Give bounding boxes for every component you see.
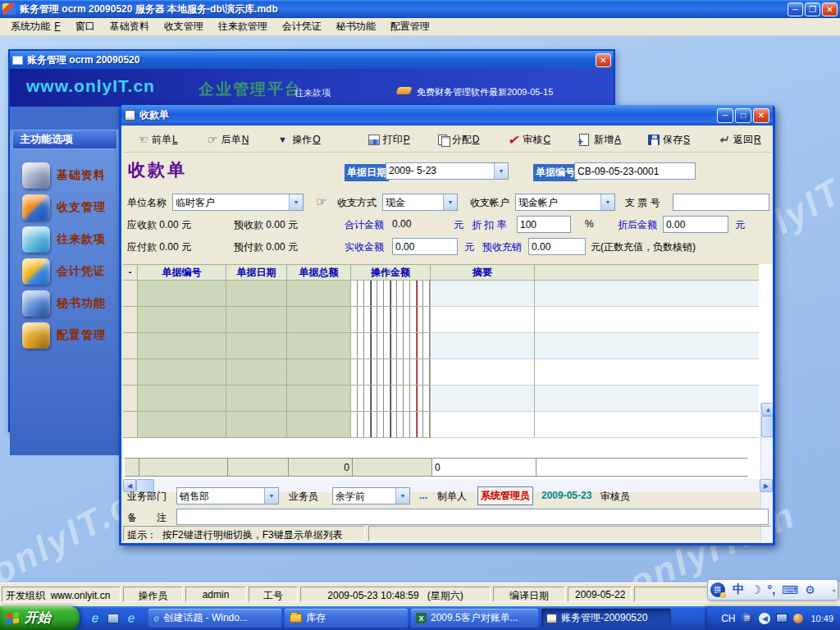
pay-method-label: 收支方式 xyxy=(337,196,377,210)
menu-item-current-accounts[interactable]: 往来款管理 xyxy=(211,17,275,36)
table-cell xyxy=(431,386,535,412)
app-close-button[interactable]: ✕ xyxy=(822,2,838,16)
table-row[interactable] xyxy=(123,281,773,307)
menu-item-base-data[interactable]: 基础资料 xyxy=(103,17,157,36)
chevron-down-icon[interactable] xyxy=(600,194,614,210)
pointing-hand-icon: ☞ xyxy=(316,194,326,209)
ime-handle[interactable]: ◂ xyxy=(832,587,835,594)
date-combo[interactable]: 2009- 5-23 xyxy=(386,162,509,180)
menu-item-window[interactable]: 窗口 xyxy=(68,17,103,36)
screen: 账务管理 ocrm 20090520 服务器 本地服务-db\演示库.mdb ─… xyxy=(0,0,840,630)
tray-volume-icon[interactable] xyxy=(793,614,803,623)
print-button[interactable]: 打印P xyxy=(366,131,413,148)
chevron-down-icon[interactable] xyxy=(494,163,508,179)
dialog-maximize-button[interactable]: □ xyxy=(735,108,751,123)
chevron-down-icon[interactable] xyxy=(443,194,457,210)
advance-input[interactable] xyxy=(528,238,586,255)
sidebar-item-income-expense[interactable]: 收支管理 xyxy=(10,191,121,223)
ime-logo-icon[interactable]: 拼 xyxy=(710,582,725,597)
more-button[interactable]: ... xyxy=(419,490,427,501)
sidebar-item-base-data[interactable]: 基础资料 xyxy=(10,159,121,191)
ie-icon[interactable]: e xyxy=(124,611,139,626)
dept-combo[interactable]: 销售部 xyxy=(176,487,279,504)
table-row[interactable] xyxy=(123,386,773,412)
cheque-input[interactable] xyxy=(673,194,769,211)
task-button-accounting[interactable]: 账务管理-20090520 xyxy=(541,609,671,628)
ime-settings-icon[interactable]: ⚙ xyxy=(805,583,815,596)
discount-input[interactable] xyxy=(517,216,571,233)
menu-item-system[interactable]: 系统功能 F xyxy=(3,17,68,36)
table-row[interactable] xyxy=(123,359,773,386)
ime-punct-icon[interactable]: °, xyxy=(768,583,776,596)
window-icon xyxy=(12,56,23,65)
save-button[interactable]: 保存S xyxy=(646,131,692,148)
chevron-down-icon[interactable] xyxy=(289,194,303,210)
ime-halfmoon-icon[interactable]: ☽ xyxy=(751,583,761,596)
sidebar-item-voucher[interactable]: 会计凭证 xyxy=(10,255,121,287)
return-button[interactable]: 返回R xyxy=(714,131,764,148)
salesman-combo[interactable]: 余学前 xyxy=(332,487,410,504)
account-combo[interactable]: 现金帐户 xyxy=(515,194,615,211)
sidebar-item-current-accounts[interactable]: 往来款项 xyxy=(10,223,121,255)
chevron-down-icon[interactable] xyxy=(264,488,278,504)
dialog-close-button[interactable]: ✕ xyxy=(753,108,769,123)
task-button-statement[interactable]: X 2009.5客户对账单... xyxy=(411,609,538,628)
red-check-icon xyxy=(506,134,519,146)
tray-chevron-icon[interactable]: ◀ xyxy=(759,613,770,624)
task-button-inventory[interactable]: 库存 xyxy=(285,609,408,628)
sidebar-item-config[interactable]: 配置管理 xyxy=(10,319,121,351)
percent-label: % xyxy=(585,218,594,230)
tray-lang[interactable]: CH xyxy=(721,613,735,624)
tray-network-icon[interactable] xyxy=(776,614,788,623)
table-cell xyxy=(287,307,351,333)
show-desktop-icon[interactable] xyxy=(106,611,121,626)
next-button[interactable]: 后单N xyxy=(203,131,252,148)
app-minimize-button[interactable]: ─ xyxy=(788,2,803,16)
doc-no-input[interactable] xyxy=(574,162,696,180)
note-input[interactable] xyxy=(176,509,769,525)
table-row[interactable] xyxy=(123,307,773,333)
unit-combo[interactable]: 临时客户 xyxy=(172,194,304,211)
scroll-right-icon[interactable]: ▶ xyxy=(760,479,773,492)
table-cell xyxy=(123,386,138,412)
ime-chinese-icon[interactable]: 中 xyxy=(733,582,744,597)
receivable-text: 应收款 0.00 元 xyxy=(127,218,191,232)
received-input[interactable] xyxy=(392,238,458,255)
distribute-button[interactable]: 分配D xyxy=(435,131,482,148)
chevron-down-icon[interactable] xyxy=(395,488,409,504)
menu-item-voucher[interactable]: 会计凭证 xyxy=(275,17,329,36)
ime-bar[interactable]: 拼 中 ☽ °, ⌨ ⚙ ◂ xyxy=(707,579,838,600)
total-label: 合计金额 xyxy=(345,218,384,232)
envelopes-icon xyxy=(22,226,50,253)
tray-ime-icon[interactable]: 拼 xyxy=(741,612,753,624)
discounted-input[interactable] xyxy=(663,216,728,233)
down-arrow-icon xyxy=(276,134,289,146)
ie-icon[interactable]: e xyxy=(88,611,103,626)
table-row[interactable] xyxy=(123,412,773,438)
scroll-thumb[interactable] xyxy=(761,416,773,437)
table-row[interactable] xyxy=(123,333,773,359)
app-titlebar: 账务管理 ocrm 20090520 服务器 本地服务-db\演示库.mdb ─… xyxy=(0,0,840,18)
sidebar-item-secretary[interactable]: 秘书功能 xyxy=(10,287,121,319)
status-worker-label: 工号 xyxy=(249,587,298,602)
ime-keyboard-icon[interactable]: ⌨ xyxy=(782,583,798,596)
menu-item-secretary[interactable]: 秘书功能 xyxy=(329,17,383,36)
prev-button[interactable]: 前单L xyxy=(133,131,180,148)
main-window-close-button[interactable]: ✕ xyxy=(596,53,611,67)
add-button[interactable]: 新增A xyxy=(575,131,623,148)
pay-method-combo[interactable]: 现金 xyxy=(382,194,458,211)
scroll-up-icon[interactable]: ▲ xyxy=(761,403,773,416)
main-window-titlebar[interactable]: 账务管理 ocrm 20090520 ✕ xyxy=(10,51,614,69)
cheque-label: 支 票 号 xyxy=(625,196,660,210)
menu-item-income-expense[interactable]: 收支管理 xyxy=(157,17,211,36)
dialog-titlebar[interactable]: 收款单 ─ □ ✕ xyxy=(121,105,773,126)
start-button[interactable]: 开始 xyxy=(0,606,80,630)
audit-button[interactable]: 审核C xyxy=(504,131,553,148)
task-button-topic[interactable]: e 创建话题 - Windo... xyxy=(148,609,281,628)
operate-button[interactable]: 操作O xyxy=(273,131,322,148)
menu-item-config[interactable]: 配置管理 xyxy=(383,17,437,36)
app-restore-button[interactable]: ❐ xyxy=(805,2,820,16)
dialog-toolbar: 前单L 后单N 操作O 打印P 分配D 审核C 新增A 保存S 返回R xyxy=(123,127,771,153)
account-label: 收支帐户 xyxy=(470,196,509,210)
dialog-minimize-button[interactable]: ─ xyxy=(717,108,733,123)
